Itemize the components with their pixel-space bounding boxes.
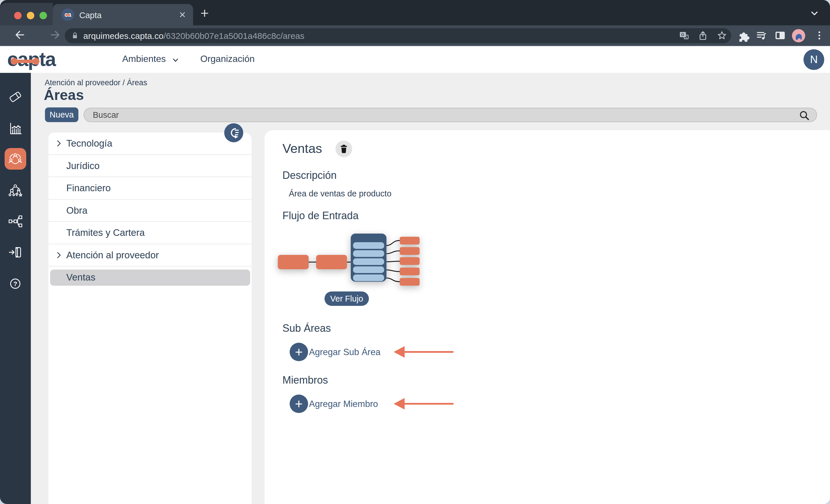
window-chevron-down-icon[interactable]: [809, 7, 820, 19]
sidebar-item-help-icon[interactable]: ?: [4, 272, 27, 295]
area-list-item-label: Ventas: [66, 272, 95, 283]
extensions-puzzle-icon[interactable]: [737, 29, 750, 42]
sidebar-item-exit-door-icon[interactable]: [4, 241, 27, 264]
add-member-link[interactable]: Agregar Miembro: [309, 399, 378, 409]
sidebar-item-decision-tree-icon[interactable]: [4, 179, 27, 202]
add-member-plus-icon[interactable]: +: [290, 395, 308, 413]
area-list-item[interactable]: Jurídico: [49, 155, 252, 177]
area-detail-panel: Ventas Descripción Área de ventas de pro…: [264, 130, 830, 504]
search-input[interactable]: [93, 109, 785, 121]
browser-tab[interactable]: ca Capta: [53, 4, 193, 25]
zoom-window-button[interactable]: [39, 12, 47, 19]
side-panel-icon[interactable]: [773, 29, 787, 42]
nav-organizacion[interactable]: Organización: [200, 54, 255, 64]
sidebar-item-flowchart-icon[interactable]: [4, 210, 27, 233]
area-list-item[interactable]: Atención al proveedor: [49, 244, 252, 267]
lock-icon[interactable]: [71, 31, 79, 40]
add-subarea-plus-icon[interactable]: +: [290, 343, 308, 361]
area-list-item[interactable]: Trámites y Cartera: [49, 222, 252, 244]
annotation-arrow-left-icon: [394, 343, 454, 361]
add-subarea-row: + Agregar Sub Área: [264, 343, 524, 361]
search-icon[interactable]: [799, 110, 810, 121]
bookmark-star-icon[interactable]: [717, 31, 727, 41]
breadcrumb[interactable]: Atención al proveedor / Áreas: [45, 78, 147, 87]
area-list-item-label: Atención al proveedor: [66, 250, 159, 261]
description-label: Descripción: [282, 169, 337, 181]
page-title: Áreas: [44, 87, 84, 103]
svg-text:a: a: [685, 36, 687, 39]
sidebar-item-analytics-chart-icon[interactable]: [4, 117, 27, 140]
url-bar[interactable]: arquimedes.capta.co/6320b60b07e1a5001a48…: [65, 28, 731, 43]
area-list-item[interactable]: Obra: [49, 200, 252, 222]
main-area: ? Atención al proveedor / Áreas Áreas Nu…: [0, 73, 830, 504]
forward-arrow-icon[interactable]: [49, 28, 63, 42]
traffic-light-zone: [0, 3, 53, 25]
chevron-right-icon[interactable]: [55, 139, 63, 148]
user-avatar[interactable]: N: [803, 49, 824, 70]
search-box: [84, 108, 817, 122]
view-flow-button[interactable]: Ver Flujo: [324, 292, 369, 306]
translate-icon[interactable]: Ga: [679, 31, 689, 41]
app-header: capta Ambientes Organización N: [0, 46, 830, 73]
svg-text:?: ?: [13, 280, 17, 288]
media-playlist-icon[interactable]: [755, 29, 768, 42]
subareas-label: Sub Áreas: [282, 322, 331, 334]
area-list-item[interactable]: Financiero: [49, 177, 252, 200]
capta-logo[interactable]: capta: [7, 48, 76, 71]
nav-ambientes[interactable]: Ambientes: [122, 54, 166, 64]
description-text: Área de ventas de producto: [289, 189, 391, 198]
close-tab-icon[interactable]: [179, 11, 186, 19]
minimize-window-button[interactable]: [27, 12, 34, 19]
chevron-down-icon: [172, 57, 179, 64]
area-detail-title: Ventas: [282, 141, 322, 156]
sidebar-item-ticket-icon[interactable]: [4, 85, 27, 108]
areas-list: Tecnología Jurídico Financiero Obra Trám…: [49, 132, 252, 504]
area-list-item-label: Trámites y Cartera: [66, 227, 145, 238]
capta-favicon-icon: ca: [61, 8, 74, 21]
share-icon[interactable]: [698, 31, 708, 41]
browser-window: ca Capta arquimedes.c: [0, 0, 830, 504]
add-subarea-link[interactable]: Agregar Sub Área: [309, 347, 380, 358]
entry-flow-label: Flujo de Entrada: [282, 210, 358, 222]
app-sidebar: ?: [0, 73, 31, 504]
url-domain: arquimedes.capta.co: [83, 31, 164, 41]
area-list-item-label: Tecnología: [66, 138, 113, 149]
annotation-arrow-left-icon: [394, 395, 454, 412]
sidebar-item-team-network-icon[interactable]: [4, 147, 27, 170]
back-arrow-icon[interactable]: [12, 28, 26, 42]
members-label: Miembros: [282, 374, 328, 386]
logo-dumbbell-icon: [11, 58, 42, 65]
url-text: arquimedes.capta.co/6320b60b07e1a5001a48…: [83, 31, 304, 41]
tab-title: Capta: [79, 11, 101, 20]
tab-strip: ca Capta: [0, 0, 830, 25]
chevron-right-icon[interactable]: [55, 251, 63, 260]
collapse-list-button[interactable]: [224, 123, 243, 142]
area-list-item[interactable]: Ventas: [49, 266, 252, 289]
new-area-button[interactable]: Nueva: [45, 107, 78, 122]
area-list-item[interactable]: Tecnología: [49, 132, 252, 155]
new-tab-icon[interactable]: [199, 7, 211, 19]
area-list-item-label: Financiero: [66, 182, 111, 194]
menu-kebab-icon[interactable]: [813, 29, 826, 42]
add-member-row: + Agregar Miembro: [264, 395, 524, 413]
close-window-button[interactable]: [14, 12, 22, 19]
area-list-item-label: Obra: [66, 205, 87, 216]
delete-area-button[interactable]: [336, 140, 352, 157]
profile-avatar[interactable]: [792, 29, 805, 42]
entry-flow-diagram: [275, 230, 421, 287]
url-path: /6320b60b07e1a5001a486c8c/areas: [164, 31, 305, 41]
browser-toolbar: arquimedes.capta.co/6320b60b07e1a5001a48…: [0, 25, 830, 46]
area-list-item-label: Jurídico: [66, 160, 100, 171]
